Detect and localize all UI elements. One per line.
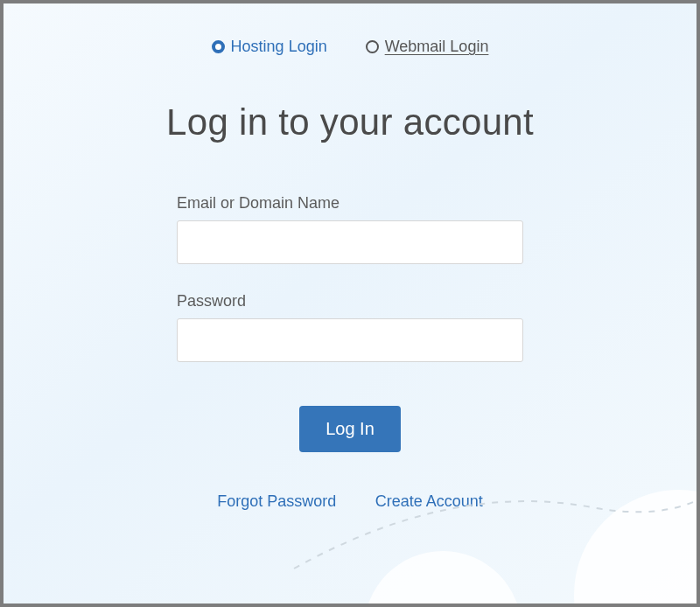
forgot-password-link[interactable]: Forgot Password: [217, 492, 336, 510]
svg-point-1: [364, 551, 522, 604]
email-field[interactable]: [177, 220, 523, 264]
tab-hosting-login[interactable]: Hosting Login: [212, 38, 327, 56]
svg-point-0: [574, 490, 696, 604]
page-title: Log in to your account: [14, 101, 686, 143]
tab-webmail-login[interactable]: Webmail Login: [366, 38, 489, 56]
create-account-link[interactable]: Create Account: [375, 492, 483, 510]
radio-selected-icon: [212, 40, 225, 53]
helper-links: Forgot Password Create Account: [177, 492, 523, 511]
radio-unselected-icon: [366, 40, 379, 53]
login-type-tabs: Hosting Login Webmail Login: [14, 38, 686, 56]
submit-row: Log In: [177, 406, 523, 452]
login-form: Email or Domain Name Password Log In For…: [177, 194, 523, 511]
login-button[interactable]: Log In: [299, 406, 401, 452]
password-label: Password: [177, 292, 523, 310]
email-label: Email or Domain Name: [177, 194, 523, 213]
login-panel: Hosting Login Webmail Login Log in to yo…: [0, 0, 700, 607]
tab-webmail-label: Webmail Login: [385, 38, 489, 56]
password-field[interactable]: [177, 318, 523, 362]
tab-hosting-label: Hosting Login: [231, 38, 327, 56]
